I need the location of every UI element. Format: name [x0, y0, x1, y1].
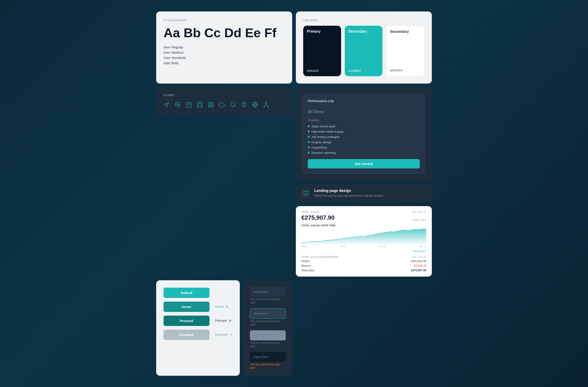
database-icon	[197, 102, 203, 109]
breakdown-val-2: -€5,905.00	[413, 264, 426, 267]
svg-point-13	[267, 106, 269, 107]
svg-rect-0	[187, 102, 191, 107]
breakdown-date: Sep 1–Dec 31	[412, 256, 426, 258]
swatch-primary: Primary #081423	[303, 26, 341, 76]
landing-card: Landing page design Define the way the e…	[296, 184, 432, 203]
chart-orders: 2,288 orders	[412, 219, 426, 221]
svg-point-11	[266, 102, 267, 103]
hint-4: This is a hint text to help user.	[250, 363, 286, 369]
chart-top-row: TOTAL SALES Sep 1–Dec 31	[301, 211, 426, 213]
pricing-features: Sales funnel audit High-level media buyi…	[308, 125, 420, 154]
colors-card: COLORS Primary #081423 Secondary #1DBBB7…	[296, 11, 432, 83]
pricing-amount: $579/mo	[308, 105, 420, 115]
swatch-teal: Secondary #1DBBB7	[345, 26, 383, 76]
feature-1: Sales funnel audit	[308, 125, 420, 128]
cloud-icon	[219, 102, 225, 109]
hover-button[interactable]: Hover	[164, 302, 210, 312]
breakdown-val-1: €281,812.90	[411, 260, 426, 263]
svg-rect-14	[304, 191, 308, 194]
icons-card: ICONS	[156, 87, 292, 115]
breakdown-header: TOTAL SALES BREAKDOWN Sep 1–Dec 31	[301, 256, 426, 258]
get-started-button[interactable]: Get started	[308, 159, 420, 168]
arrow-right-disabled-icon	[229, 333, 232, 337]
calendar-icon	[186, 102, 192, 109]
button-row-default: Default	[164, 288, 232, 298]
pricing-includes: Includes:	[308, 119, 420, 122]
hint-1: This is a hint text to help user.	[250, 298, 286, 304]
icons-label: ICONS	[164, 94, 285, 97]
font-item-1: Inter Regular	[164, 45, 285, 49]
buttons-card: Default Hover Hover Pressed	[156, 280, 240, 376]
disabled-button: Disabled	[164, 330, 210, 340]
default-button[interactable]: Default	[164, 288, 210, 298]
landing-icon	[301, 189, 311, 198]
feature-6: Dynamic reporting	[308, 151, 420, 154]
feature-4: Graphic design	[308, 141, 420, 144]
svg-rect-7	[209, 105, 210, 107]
font-item-4: Inter Bold	[164, 61, 285, 65]
feature-dot	[308, 146, 310, 148]
breakdown-label: TOTAL SALES BREAKDOWN	[301, 256, 338, 258]
typography-card: TYPOGRAPHY Aa Bb Cc Dd Ee Ff Inter Regul…	[156, 11, 292, 83]
pressed-button[interactable]: Pressed	[164, 316, 210, 326]
hint-3: This is a hint text to help user.	[250, 341, 286, 348]
inputs-card: This is a hint text to help user. This i…	[243, 280, 292, 376]
typography-label: TYPOGRAPHY	[164, 19, 285, 22]
feature-3: A/B testing strategies	[308, 135, 420, 139]
feature-dot	[308, 125, 310, 127]
bottom-row-inner: Default Hover Hover Pressed	[156, 280, 292, 376]
hover-state-label: Hover	[215, 305, 229, 308]
input-dark[interactable]	[250, 352, 286, 362]
view-report-link[interactable]: View Report	[413, 250, 426, 252]
swatch-white-label: Secondary	[390, 30, 420, 34]
chart-subtitle: TOTAL SALES OVER TIME	[301, 224, 426, 227]
chart-x-labels: Sep 1 Oct 11 Nov 21 Dec 31	[301, 245, 426, 247]
bottom-row: Default Hover Hover Pressed	[156, 280, 432, 376]
x-label-3: Nov 21	[380, 245, 386, 247]
input-pressed[interactable]	[250, 330, 286, 340]
input-normal[interactable]	[250, 287, 286, 297]
swatch-teal-hex: #1DBBB7	[348, 69, 379, 73]
arrow-right-icon	[225, 305, 229, 308]
pricing-main: Performance Lite $579/mo Includes: Sales…	[302, 94, 425, 174]
feature-5: Copywriting	[308, 146, 420, 149]
input-group-1: This is a hint text to help user.	[250, 287, 286, 304]
x-label-1: Sep 1	[301, 245, 307, 247]
pressed-state-label: Pressed	[215, 319, 232, 323]
breakdown-row-2: Returns -€5,905.00	[301, 264, 426, 267]
icons-grid	[164, 102, 285, 109]
feature-2: High-level media buying	[308, 130, 420, 133]
pricing-price: $579	[308, 109, 317, 114]
color-swatches: Primary #081423 Secondary #1DBBB7 Second…	[303, 26, 424, 76]
chart-header: €275,907.90 2,288 orders	[301, 214, 426, 221]
x-label-2: Oct 11	[340, 245, 346, 247]
input-active[interactable]	[250, 308, 286, 319]
main-container: TYPOGRAPHY Aa Bb Cc Dd Ee Ff Inter Regul…	[156, 11, 432, 376]
landing-content: Landing page design Define the way the e…	[314, 189, 384, 198]
chart-section-label: TOTAL SALES	[301, 211, 319, 213]
font-item-2: Inter Medium	[164, 50, 285, 54]
font-item-3: Inter Semibold	[164, 56, 285, 60]
svg-rect-8	[211, 105, 213, 107]
buttons-grid: Default Hover Hover Pressed	[164, 288, 232, 340]
pricing-plan: Performance Lite	[308, 99, 420, 103]
pricing-period: /mo	[317, 109, 324, 114]
svg-rect-6	[211, 102, 213, 104]
chart-total: €275,907.90	[301, 214, 335, 221]
input-group-2: This is a hint text to help user.	[250, 308, 286, 326]
input-group-3: This is a hint text to help user.	[250, 330, 286, 348]
swatch-white: Secondary #FFFFFF	[386, 26, 424, 76]
breakdown-key-2: Returns	[301, 264, 311, 267]
button-row-disabled: Disabled Disabled	[164, 330, 232, 340]
grid-icon	[208, 102, 214, 109]
right-column: Performance Lite $579/mo Includes: Sales…	[296, 87, 432, 277]
chart-view-report[interactable]: View Report	[301, 249, 426, 253]
landing-title: Landing page design	[314, 189, 384, 193]
chart-date-range: Sep 1–Dec 31	[412, 211, 426, 213]
svg-point-4	[198, 102, 202, 103]
hint-2: This is a hint text to help user.	[250, 320, 286, 326]
breakdown-key-3: Total sales	[301, 269, 315, 272]
chart-area	[301, 228, 426, 244]
swatch-primary-label: Primary	[307, 29, 337, 34]
arrow-right-pressed-icon	[228, 319, 232, 323]
